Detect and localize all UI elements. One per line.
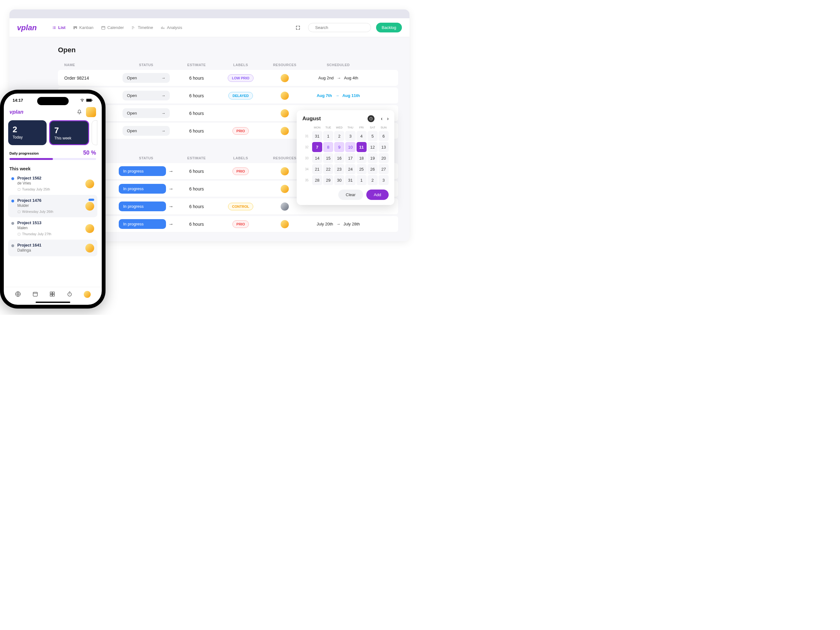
bell-icon[interactable]: [77, 109, 82, 115]
avatar[interactable]: [280, 202, 289, 211]
tab-calendar[interactable]: Calender: [101, 25, 124, 30]
user-avatar[interactable]: [86, 107, 96, 117]
status-pill[interactable]: Open→: [123, 126, 170, 136]
cell-estimate: 6 hours: [174, 111, 219, 116]
tab-calendar-label: Calender: [107, 25, 124, 30]
tab-timeline[interactable]: Timeline: [131, 25, 153, 30]
timeline-icon: [131, 25, 136, 30]
dp-day[interactable]: 2: [334, 131, 344, 141]
dp-day[interactable]: 3: [379, 175, 388, 185]
dp-day[interactable]: 23: [334, 164, 344, 174]
dp-day[interactable]: 18: [357, 153, 366, 163]
search-input[interactable]: [315, 25, 368, 30]
dp-day[interactable]: 28: [312, 175, 322, 185]
dp-prev[interactable]: ‹: [381, 116, 382, 121]
dp-day[interactable]: 16: [334, 153, 344, 163]
table-row[interactable]: Open→ 6 hours DELAYED Aug 7th→Aug 11th: [58, 88, 398, 104]
dp-day[interactable]: 5: [368, 131, 377, 141]
status-pill[interactable]: Open→: [123, 91, 170, 101]
cell-estimate: 6 hours: [174, 204, 219, 209]
cell-scheduled[interactable]: Aug 2nd→Aug 4th: [307, 76, 370, 80]
dp-next[interactable]: ›: [387, 116, 388, 121]
dp-day[interactable]: 4: [357, 131, 366, 141]
list-item[interactable]: Project 1641 Dallinga: [8, 239, 97, 256]
tab-avatar[interactable]: [84, 291, 91, 298]
dp-day[interactable]: 2: [368, 175, 377, 185]
dp-day[interactable]: 13: [379, 142, 388, 152]
avatar[interactable]: [280, 219, 289, 229]
dp-day[interactable]: 19: [368, 153, 377, 163]
avatar[interactable]: [280, 167, 289, 176]
tab-analysis[interactable]: Analysis: [161, 25, 182, 30]
dp-day[interactable]: 31: [312, 131, 322, 141]
avatar[interactable]: [280, 91, 289, 101]
status-pill[interactable]: Open→: [123, 73, 170, 83]
expand-icon[interactable]: [295, 25, 300, 30]
calendar-tab-icon[interactable]: [32, 291, 38, 297]
item-title: Project 1476: [17, 198, 94, 203]
clock-icon[interactable]: [368, 115, 374, 122]
table-row[interactable]: Order 98214 Open→ 6 hours LOW PRIO Aug 2…: [58, 70, 398, 86]
dp-day[interactable]: 26: [368, 164, 377, 174]
dp-day[interactable]: 21: [312, 164, 322, 174]
dp-day[interactable]: 24: [345, 164, 355, 174]
dp-day[interactable]: 12: [368, 142, 377, 152]
backlog-button[interactable]: Backlog: [376, 23, 402, 32]
phone-project-list[interactable]: Project 1562 de Vries Tuesday July 25th …: [4, 173, 102, 287]
avatar[interactable]: [280, 126, 289, 136]
search-box[interactable]: [308, 23, 371, 32]
status-pill[interactable]: In progress: [119, 166, 166, 176]
dp-day[interactable]: 1: [323, 131, 333, 141]
dp-day[interactable]: 7: [312, 142, 322, 152]
list-item[interactable]: Project 1562 de Vries Tuesday July 25th: [8, 173, 97, 195]
globe-icon[interactable]: [15, 291, 21, 297]
grid-icon[interactable]: [49, 291, 55, 297]
avatar[interactable]: [280, 184, 289, 194]
status-dot: [11, 177, 14, 180]
dp-day[interactable]: 17: [345, 153, 355, 163]
list-item[interactable]: Project 1513 Malen Thursday July 27th: [8, 217, 97, 239]
dp-add-button[interactable]: Add: [366, 189, 388, 200]
cell-scheduled[interactable]: July 20th→July 28th: [307, 222, 370, 226]
avatar[interactable]: [85, 244, 94, 252]
status-pill[interactable]: Open→: [123, 108, 170, 118]
avatar[interactable]: [85, 224, 94, 233]
tab-list[interactable]: List: [52, 25, 66, 30]
dp-day[interactable]: 30: [334, 175, 344, 185]
dp-day[interactable]: 25: [357, 164, 366, 174]
dp-day[interactable]: 11: [357, 142, 366, 152]
dp-day[interactable]: 10: [345, 142, 355, 152]
dp-day[interactable]: 8: [323, 142, 333, 152]
dp-day[interactable]: 22: [323, 164, 333, 174]
tab-kanban[interactable]: Kanban: [73, 25, 93, 30]
phone-notch: [37, 97, 69, 105]
avatar[interactable]: [280, 73, 289, 83]
dp-day[interactable]: 1: [357, 175, 366, 185]
stat-card-week[interactable]: 7 This week: [49, 120, 90, 145]
cell-scheduled[interactable]: Aug 7th→Aug 11th: [307, 93, 370, 98]
dp-day[interactable]: 6: [379, 131, 388, 141]
avatar[interactable]: [85, 180, 94, 188]
dp-day[interactable]: 20: [379, 153, 388, 163]
dp-day[interactable]: 31: [345, 175, 355, 185]
tab-list-label: List: [58, 25, 66, 30]
stat-card-peek[interactable]: [92, 120, 97, 145]
dp-day[interactable]: 15: [323, 153, 333, 163]
dp-day[interactable]: 14: [312, 153, 322, 163]
avatar[interactable]: [280, 109, 289, 118]
status-pill[interactable]: In progress: [119, 219, 166, 229]
dp-day[interactable]: 27: [379, 164, 388, 174]
list-item[interactable]: Project 1476 Mulder Wdnesday July 26th: [8, 195, 97, 217]
dp-day[interactable]: 29: [323, 175, 333, 185]
dp-day[interactable]: 3: [345, 131, 355, 141]
status-pill[interactable]: In progress: [119, 184, 166, 194]
table-row[interactable]: In progress → 6 hours PRIO July 20th→Jul…: [58, 216, 398, 232]
stat-card-today[interactable]: 2 Today: [8, 120, 47, 145]
avatar[interactable]: [85, 202, 94, 211]
item-date: Wdnesday July 26th: [17, 210, 94, 213]
dp-day[interactable]: 9: [334, 142, 344, 152]
label-pill: PRIO: [232, 220, 249, 228]
dp-clear-button[interactable]: Clear: [338, 189, 363, 200]
stopwatch-icon[interactable]: [66, 291, 73, 297]
status-pill[interactable]: In progress: [119, 202, 166, 211]
